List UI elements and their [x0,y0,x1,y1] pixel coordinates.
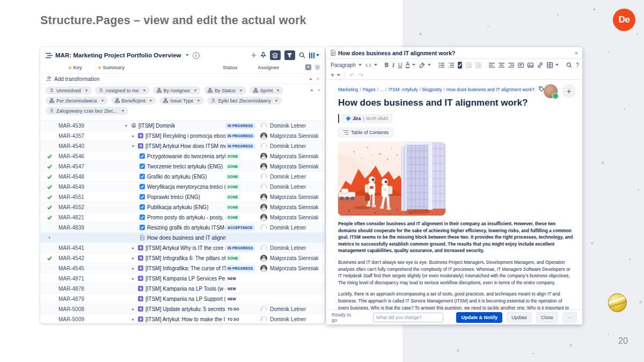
update-button[interactable]: Update [507,312,532,323]
perspectives-button[interactable] [270,50,281,60]
filter-chip-assigned-to-me[interactable]: Assigned to me [95,86,150,94]
issue-key[interactable]: MAR-4545 [58,265,94,271]
outdent-button[interactable] [466,62,472,68]
filter-chip-per-zleceniodawca[interactable]: Per zleceniodawca [46,97,108,105]
issue-summary[interactable]: Promo posty do artykułu - posty, harmo, [147,215,225,220]
issue-summary[interactable]: Grafiki do artykułu (ENG) [147,174,207,180]
issue-row-selected[interactable]: How does business and IT alignment wor [40,233,325,243]
issue-key[interactable]: MAR-4551 [58,194,94,200]
table-of-contents-macro[interactable]: Table of Contents [338,128,393,137]
expand-arrow-icon[interactable]: ▸ [130,276,136,281]
align-right-button[interactable] [508,62,514,68]
issue-key[interactable]: MAR-5008 [58,306,94,312]
filter-chip-zalogowany-czas-bez-zlec[interactable]: Zalogowany czas bez Zlec... [46,107,128,115]
breadcrumb-item-itsm-artyku-y[interactable]: ITSM: Artykuły [389,87,418,92]
paragraph-select[interactable]: Paragraph [331,62,362,68]
issue-summary[interactable]: [ITSM] Dominik [138,123,175,129]
more-options-button[interactable]: ··· [562,312,577,323]
chevron-down-icon[interactable] [143,90,145,91]
filter-chip-epiki-bez-zleceniodawcy[interactable]: Epiki bez Zleceniodawcy [207,97,282,105]
issue-summary[interactable]: [ITSM] Kampania LP Services PerfoMax rem… [145,276,225,282]
column-header-key[interactable]: ★Key [68,65,82,70]
find-button[interactable] [566,62,572,68]
task-list-button[interactable] [458,62,462,69]
author-avatar[interactable] [544,84,558,98]
issue-key[interactable]: MAR-4552 [58,204,94,210]
insert-plus-select[interactable]: + [331,71,340,79]
collapse-icon[interactable] [310,89,313,91]
issue-row[interactable]: MAR-4539▾[ITSM] DominikIN PROGRESSDomini… [40,121,325,131]
issue-key[interactable]: MAR-4541 [58,245,94,251]
column-header-summary[interactable]: ★Summary [98,65,125,70]
redo-button[interactable]: ↷ [358,72,363,79]
issue-row[interactable]: MAR-4545▸[ITSM] Infografika: The curse o… [40,263,325,274]
table-select[interactable] [547,62,559,68]
issue-summary[interactable]: [ITSM] Update artykułu: 5 secrets behind… [145,306,225,312]
collapse-arrow-icon[interactable]: ▾ [130,144,136,149]
issue-row[interactable]: MAR-5008▸[ITSM] Update artykułu: 5 secre… [40,304,325,314]
issue-row[interactable]: MAR-4871▸[ITSM] Kampania LP Services Per… [40,274,325,284]
update-notify-button[interactable]: Update & Notify [456,312,502,323]
jira-macro-chip[interactable]: Jira | MAR-4540 [338,114,574,123]
issue-summary[interactable]: [ITSM] Infografika: The curse of IT – wh… [145,265,225,271]
expand-arrow-icon[interactable]: ▸ [130,134,136,138]
issue-key[interactable]: MAR-4540 [58,143,94,149]
issue-summary[interactable]: [ITSM] Infografika 6: The pillars of IT … [145,255,225,261]
chevron-down-icon[interactable] [239,90,242,91]
filter-chip-by-status[interactable]: By Status [204,86,246,94]
close-icon[interactable]: × [317,76,319,82]
italic-button[interactable]: I [392,62,394,68]
filter-chip-by-assignee[interactable]: By Assignee [153,86,201,94]
issue-key[interactable]: MAR-4878 [58,286,94,292]
issue-summary[interactable]: [ITSM] Artykuł Why is IT the core of you… [145,245,225,251]
undo-button[interactable]: ↶ [349,72,354,79]
issue-key[interactable]: MAR-4542 [58,255,94,261]
numbered-list-button[interactable]: 12 [448,62,454,68]
chevron-down-icon[interactable] [101,100,104,101]
search-icon[interactable] [299,52,305,58]
issue-key[interactable]: MAR-4539 [58,123,94,129]
issue-summary[interactable]: Poprawki treści (ENG) [147,194,200,200]
filter-chip-sprint[interactable]: Sprint [250,86,284,94]
issue-key[interactable]: MAR-4357 [58,133,94,139]
expand-arrow-icon[interactable]: ▸ [130,307,136,312]
issue-summary[interactable]: Weryfikacja merytoryczna treści (ENG) [147,184,225,190]
automation-bolt-icon[interactable] [251,52,257,58]
chevron-down-icon[interactable] [85,90,87,91]
help-button[interactable]: ? [576,62,579,68]
issue-summary[interactable]: Resizing grafik do artykułu ITSM-biznes [147,225,225,231]
image-button[interactable] [528,62,533,68]
issue-row[interactable]: MAR-4878[ITSM] Kampania na LP Tools (w o… [40,284,325,294]
breadcrumb-item-pages[interactable]: Pages [363,87,376,92]
add-column-icon[interactable]: + [305,64,311,70]
bold-button[interactable]: B [385,62,389,68]
expand-arrow-icon[interactable]: ▸ [130,246,136,250]
breadcrumb-item-how-does-business-and-it-alignment-work[interactable]: How does business and IT alignment work? [447,87,535,92]
issue-row[interactable]: MAR-4546Przygotowanie do tworzenia artyk… [40,151,325,161]
issue-row[interactable]: MAR-4879[ITSM] Kampania na LP Support (w… [40,294,325,304]
columns-select[interactable] [309,53,320,58]
filter-chip-beneficjent[interactable]: Beneficjent [111,97,157,105]
issue-summary[interactable]: [ITSM] Artykuł: How to make the IT depar… [145,316,225,322]
chevron-down-icon[interactable] [194,90,197,91]
breadcrumb-item-blogposty[interactable]: blogposty [422,87,442,92]
issue-row[interactable]: MAR-4542▸[ITSM] Infografika 6: The pilla… [40,253,325,263]
bullet-list-button[interactable] [438,62,444,68]
issue-row[interactable]: MAR-4540▾[ITSM] Artykuł How does ITSM me… [40,141,325,151]
issue-row[interactable]: MAR-4549Weryfikacja merytoryczna treści … [40,182,325,192]
issue-key[interactable]: MAR-4871 [58,276,94,282]
issue-row[interactable]: MAR-4551Poprawki treści (ENG)DONEMałgorz… [40,192,325,202]
text-color-select[interactable]: A [406,62,415,68]
info-icon[interactable]: i [193,52,200,59]
issue-summary[interactable]: Publikacja artykułu (ENG) [147,204,208,210]
breadcrumb-item-marketing[interactable]: Marketing [338,87,358,92]
issue-summary[interactable]: Przygotowanie do tworzenia artykułu (EN [147,153,225,159]
highlight-select[interactable] [419,62,431,68]
filter-chip-unresolved[interactable]: Unresolved [46,86,92,94]
underline-button[interactable]: U [398,62,402,68]
chevron-down-icon[interactable] [121,110,124,112]
gear-icon[interactable] [314,64,320,70]
collapse-arrow-icon[interactable]: ▾ [123,123,129,128]
issue-summary[interactable]: [ITSM] Kampania na LP Support (w oparciu… [145,296,225,302]
issue-key[interactable]: MAR-4549 [58,184,94,190]
